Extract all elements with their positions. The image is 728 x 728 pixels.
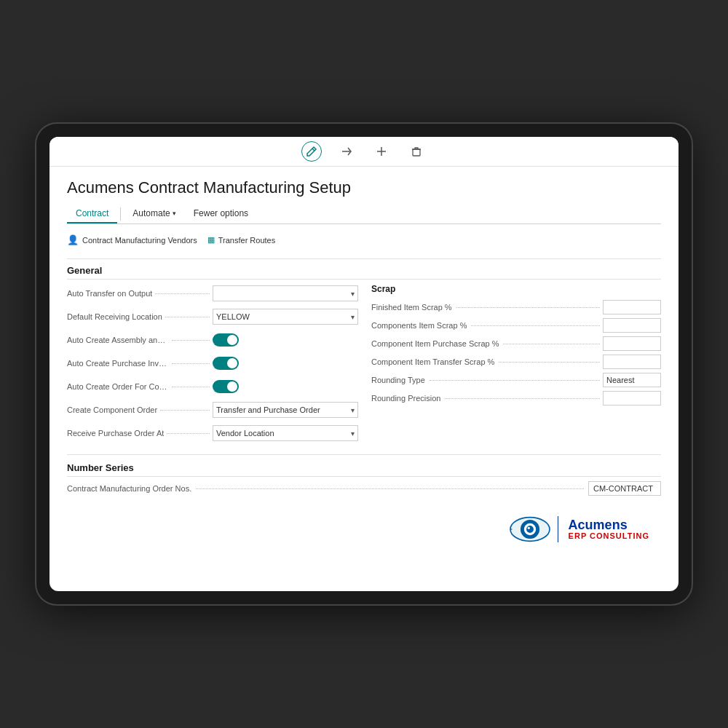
default-receiving-select-wrapper[interactable]: YELLOW [213, 309, 358, 325]
default-receiving-select[interactable]: YELLOW [213, 309, 358, 325]
auto-create-order-control [213, 380, 358, 393]
contract-mfg-order-nos-label: Contract Manufacturing Order Nos. [67, 484, 191, 493]
field-purchase-scrap: Component Item Purchase Scrap % [371, 336, 661, 351]
svg-rect-2 [413, 149, 420, 156]
contract-mfg-order-nos-value[interactable]: CM-CONTRACT [588, 481, 661, 496]
rounding-precision-input[interactable] [603, 391, 661, 405]
rounding-type-value[interactable]: Nearest [603, 373, 661, 387]
default-receiving-control: YELLOW [213, 309, 358, 325]
sub-tab-transfer-routes[interactable]: ▦ Transfer Routes [207, 232, 275, 248]
toolbar [50, 137, 678, 167]
field-default-receiving: Default Receiving Location YELLOW [67, 307, 357, 326]
section-divider-top [67, 258, 661, 259]
delete-icon[interactable] [406, 141, 427, 162]
create-component-order-select[interactable]: Transfer and Purchase Order [213, 402, 358, 418]
logo-erp-text: ERP CONSULTING [569, 531, 649, 540]
tab-contract[interactable]: Contract [67, 205, 117, 223]
logo-acumens-text: Acumens [569, 518, 649, 531]
scrap-section: Scrap Finished Item Scrap % Components I… [371, 284, 661, 447]
auto-create-purchase-control [213, 357, 358, 370]
components-scrap-input[interactable] [603, 318, 661, 333]
logo-text: Acumens ERP CONSULTING [569, 518, 649, 540]
auto-create-assembly-toggle[interactable] [213, 333, 239, 347]
auto-create-assembly-label: Auto Create Assembly and Transfer Or... [67, 336, 169, 344]
tab-automate[interactable]: Automate ▾ [124, 205, 184, 223]
rounding-precision-label: Rounding Precision [371, 394, 440, 403]
field-auto-create-order: Auto Create Order For Components on... [67, 377, 357, 396]
tablet-screen: Acumens Contract Manufacturing Setup Con… [50, 137, 678, 591]
number-series-section: Number Series Contract Manufacturing Ord… [67, 462, 661, 496]
tablet-frame: Acumens Contract Manufacturing Setup Con… [36, 124, 692, 604]
auto-transfer-select-wrapper[interactable] [213, 285, 358, 301]
auto-create-assembly-control [213, 333, 358, 347]
field-components-scrap: Components Item Scrap % [371, 318, 661, 333]
section-divider-number-series [67, 454, 661, 455]
auto-create-purchase-toggle[interactable] [213, 357, 239, 370]
components-scrap-label: Components Item Scrap % [371, 321, 467, 330]
default-receiving-label: Default Receiving Location [67, 312, 162, 321]
finished-item-scrap-label: Finished Item Scrap % [371, 303, 452, 312]
receive-purchase-order-select-wrapper[interactable]: Vendor Location [213, 425, 358, 441]
receive-purchase-order-label: Receive Purchase Order At [67, 429, 164, 438]
field-auto-create-purchase: Auto Create Purchase Invoice For Labo... [67, 354, 357, 373]
auto-transfer-label: Auto Transfer on Output [67, 289, 152, 298]
person-icon: 👤 [67, 234, 79, 245]
main-content: Acumens Contract Manufacturing Setup Con… [50, 167, 678, 591]
transfer-scrap-label: Component Item Transfer Scrap % [371, 357, 494, 366]
tab-separator [120, 207, 121, 221]
field-auto-transfer-output: Auto Transfer on Output [67, 284, 357, 303]
field-rounding-type: Rounding Type Nearest [371, 373, 661, 387]
grid-icon: ▦ [207, 235, 215, 245]
field-contract-mfg-order-nos: Contract Manufacturing Order Nos. CM-CON… [67, 481, 661, 496]
auto-transfer-select[interactable] [213, 285, 358, 301]
svg-point-7 [527, 527, 529, 529]
edit-icon[interactable] [301, 141, 322, 162]
add-icon[interactable] [371, 141, 392, 162]
sub-tab-vendors[interactable]: 👤 Contract Manufacturing Vendors [67, 232, 197, 248]
general-section-header: General [67, 265, 661, 280]
field-auto-create-assembly: Auto Create Assembly and Transfer Or... [67, 331, 357, 349]
page-title: Acumens Contract Manufacturing Setup [67, 178, 661, 197]
svg-point-6 [526, 526, 534, 533]
field-finished-item-scrap: Finished Item Scrap % [371, 300, 661, 314]
general-two-col: Auto Transfer on Output [67, 284, 661, 447]
create-component-order-label: Create Component Order [67, 405, 157, 414]
main-tabs: Contract Automate ▾ Fewer options [67, 205, 661, 224]
chevron-down-icon: ▾ [173, 210, 176, 217]
auto-transfer-control [213, 285, 358, 301]
general-left-col: Auto Transfer on Output [67, 284, 357, 447]
auto-create-order-toggle[interactable] [213, 380, 239, 393]
acumens-logo-eye [508, 516, 552, 542]
purchase-scrap-label: Component Item Purchase Scrap % [371, 339, 499, 348]
field-create-component-order: Create Component Order Transfer and Purc… [67, 400, 357, 419]
sub-tabs: 👤 Contract Manufacturing Vendors ▦ Trans… [67, 232, 661, 248]
auto-create-purchase-label: Auto Create Purchase Invoice For Labo... [67, 359, 169, 368]
field-rounding-precision: Rounding Precision [371, 391, 661, 405]
transfer-scrap-input[interactable] [603, 355, 661, 369]
field-receive-purchase-order: Receive Purchase Order At Vendor Locatio… [67, 424, 357, 443]
create-component-order-control: Transfer and Purchase Order [213, 402, 358, 418]
tab-fewer-options[interactable]: Fewer options [185, 205, 257, 223]
share-icon[interactable] [336, 141, 357, 162]
field-transfer-scrap: Component Item Transfer Scrap % [371, 355, 661, 369]
receive-purchase-order-select[interactable]: Vendor Location [213, 425, 358, 441]
rounding-type-label: Rounding Type [371, 376, 425, 384]
scrap-title: Scrap [371, 284, 661, 294]
purchase-scrap-input[interactable] [603, 336, 661, 351]
number-series-header: Number Series [67, 462, 661, 477]
create-component-order-select-wrapper[interactable]: Transfer and Purchase Order [213, 402, 358, 418]
footer-logo: Acumens ERP CONSULTING [67, 510, 661, 548]
finished-item-scrap-input[interactable] [603, 300, 661, 314]
receive-purchase-order-control: Vendor Location [213, 425, 358, 441]
auto-create-order-label: Auto Create Order For Components on... [67, 382, 169, 391]
logo-divider [558, 516, 558, 542]
